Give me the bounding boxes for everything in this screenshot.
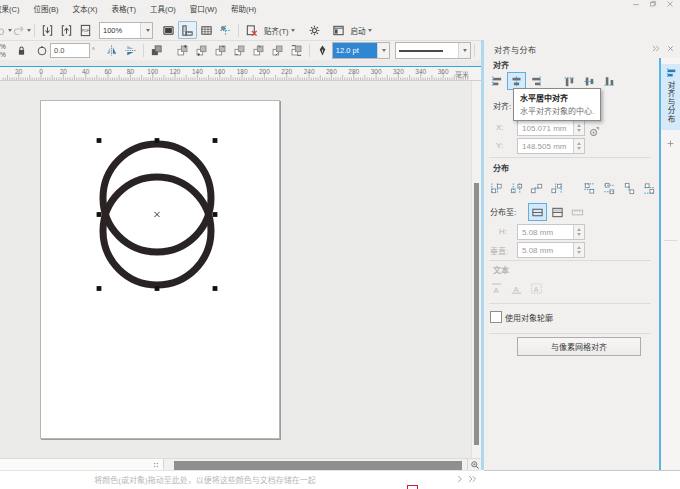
export-button[interactable] [57, 21, 76, 39]
redo-button[interactable] [12, 21, 31, 39]
line-style-combo[interactable] [395, 42, 471, 59]
order-behind-button[interactable] [268, 42, 287, 60]
combo-dropdown-icon[interactable] [377, 43, 389, 58]
selection-handle[interactable] [97, 138, 102, 143]
menu-item-1[interactable]: 效果(C) [0, 0, 26, 20]
order-in-front-button[interactable] [249, 42, 268, 60]
color-swatch[interactable] [407, 485, 418, 489]
x-position-field[interactable]: 105.071 mm [517, 120, 585, 136]
distribute-buttons-row [487, 179, 659, 197]
text-bounding-box-button[interactable]: A [527, 279, 546, 297]
distribute-center-vertically-button[interactable] [600, 179, 619, 197]
v-spinner[interactable] [573, 243, 584, 257]
selection-handle[interactable] [97, 212, 102, 217]
combo-dropdown-icon[interactable] [140, 23, 152, 38]
snap-menu[interactable]: 贴齐(T) [261, 25, 298, 36]
horizontal-scrollbar-thumb[interactable] [174, 461, 462, 470]
tooltip-description: 水平对齐对象的中心. [520, 105, 594, 116]
v-spacing-field[interactable]: 5.08 mm [517, 242, 585, 258]
text-baseline-button[interactable]: A [507, 279, 526, 297]
undo-icon [0, 24, 6, 37]
palette-expand-button[interactable] [467, 474, 477, 484]
extent-selection-button[interactable] [528, 203, 547, 221]
svg-text:200: 200 [259, 68, 270, 75]
docker-collapse-button[interactable] [650, 43, 661, 54]
menu-item-6[interactable]: 窗口(W) [183, 0, 224, 20]
distribute-top-button[interactable] [580, 179, 599, 197]
relative-center-icon[interactable] [587, 126, 600, 139]
outline-width-button[interactable] [313, 42, 332, 60]
distribute-left-button[interactable] [487, 179, 506, 197]
circle-shape[interactable] [103, 144, 211, 252]
selection-handle[interactable] [213, 138, 218, 143]
window-minimize-icon[interactable] [632, 0, 640, 8]
h-spinner[interactable] [573, 225, 584, 239]
palette-scroll-right-button[interactable] [455, 474, 465, 484]
menu-item-5[interactable]: 工具(O) [143, 0, 183, 20]
menu-item-3[interactable]: 文本(X) [65, 0, 104, 20]
distribute-spacing-horizontally-button[interactable] [527, 179, 546, 197]
text-first-line-button[interactable]: A [487, 279, 506, 297]
group-objects-button[interactable] [147, 42, 166, 60]
outline-width-combo[interactable]: 12.0 pt [332, 42, 390, 59]
distribute-spacing-vertically-button[interactable] [620, 179, 639, 197]
use-object-outline-checkbox[interactable] [490, 311, 502, 323]
x-label: X: [496, 123, 504, 132]
selection-handle[interactable] [97, 286, 102, 291]
lock-ratio-button[interactable] [12, 42, 31, 60]
distribute-right-button[interactable] [547, 179, 566, 197]
menu-item-4[interactable]: 表格(T) [104, 0, 143, 20]
zoom-level-combo[interactable]: 100% [99, 22, 153, 39]
window-restore-icon[interactable] [649, 0, 657, 8]
gear-button[interactable] [305, 21, 324, 39]
vertical-scrollbar[interactable] [471, 81, 481, 458]
vertical-scrollbar-thumb[interactable] [474, 183, 479, 445]
menu-item-7[interactable]: 帮助(H) [224, 0, 263, 20]
circle-shape[interactable] [103, 177, 211, 285]
rulers-button[interactable] [178, 21, 197, 39]
extent-page-button[interactable] [548, 203, 567, 221]
h-spacing-field[interactable]: 5.08 mm [517, 224, 585, 240]
window-close-icon[interactable] [666, 0, 674, 8]
fullscreen-preview-button[interactable] [159, 21, 178, 39]
selection-center-marker[interactable] [154, 212, 159, 217]
align-to-pixel-grid-button[interactable]: 与像素网格对齐 [517, 337, 641, 356]
x-spinner[interactable] [573, 121, 584, 135]
align-left-button[interactable] [487, 72, 506, 90]
order-to-back-button[interactable] [192, 42, 211, 60]
document-palette: 将颜色(或对象)拖动至此处，以便将这些颜色与文档存储在一起 [0, 470, 481, 489]
order-reverse-button[interactable] [287, 42, 306, 60]
selection-handle[interactable] [155, 138, 160, 143]
mirror-horizontal-button[interactable] [102, 42, 121, 60]
extent-spacing-button[interactable] [568, 203, 587, 221]
docker-tab-align-distribute[interactable]: 对齐与分布 [661, 64, 680, 130]
grid-button[interactable] [197, 21, 216, 39]
distribute-bottom-button[interactable] [640, 179, 659, 197]
combo-dropdown-icon[interactable] [458, 43, 470, 58]
selection-handle[interactable] [155, 286, 160, 291]
snap-off-button[interactable] [242, 21, 261, 39]
undo-button[interactable] [0, 21, 12, 39]
pdf-button[interactable]: PDF [76, 21, 95, 39]
distribute-center-horizontally-button[interactable] [507, 179, 526, 197]
canvas[interactable] [0, 81, 471, 458]
y-position-field[interactable]: 148.505 mm [517, 138, 585, 154]
import-button[interactable] [38, 21, 57, 39]
y-spinner[interactable] [573, 139, 584, 153]
docker-close-button[interactable] [665, 43, 676, 54]
dockers-button[interactable] [329, 21, 348, 39]
guidelines-button[interactable] [216, 21, 235, 39]
selection-handle[interactable] [213, 212, 218, 217]
align-bottom-button[interactable] [600, 72, 619, 90]
add-docker-button[interactable] [661, 136, 680, 150]
mirror-vertical-button[interactable] [121, 42, 140, 60]
rotation-angle-field[interactable]: 0.0° [36, 43, 95, 58]
selection-handle[interactable] [213, 286, 218, 291]
scale-factor-fields[interactable]: %% [0, 43, 12, 59]
order-to-front-button[interactable] [173, 42, 192, 60]
grip-icon[interactable] [151, 460, 163, 470]
order-back-one-button[interactable] [230, 42, 249, 60]
launch-menu[interactable]: 启动 [348, 25, 375, 36]
menu-item-2[interactable]: 位图(B) [26, 0, 65, 20]
order-forward-one-button[interactable] [211, 42, 230, 60]
